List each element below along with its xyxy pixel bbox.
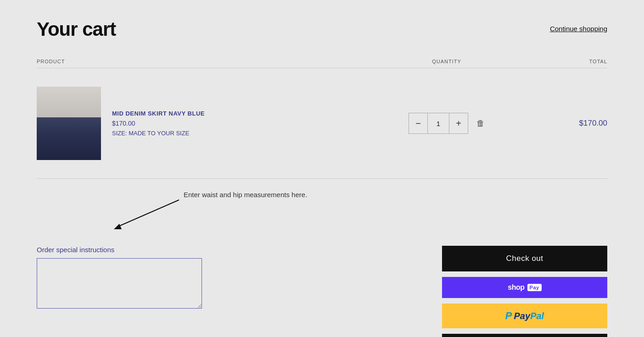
shoppay-shop-text: shop <box>508 283 524 291</box>
paypal-text: PayPal <box>514 311 544 321</box>
quantity-area: − 1 + 🗑 <box>378 113 515 134</box>
page-title: Your cart <box>37 18 116 40</box>
table-header: PRODUCT QUANTITY TOTAL <box>37 59 607 68</box>
gpay-button[interactable]: G Pay <box>442 334 607 337</box>
annotation-container: Enter waist and hip measurements here. <box>37 193 607 229</box>
left-panel: Order special instructions <box>37 246 424 309</box>
bottom-section: Order special instructions Check out sho… <box>37 237 607 337</box>
header-row: Your cart Continue shopping <box>37 18 607 40</box>
decrease-quantity-button[interactable]: − <box>409 113 427 133</box>
quantity-value: 1 <box>427 113 449 133</box>
shoppay-button[interactable]: shop Pay <box>442 277 607 298</box>
col-quantity-header: QUANTITY <box>378 59 515 64</box>
shoppay-logo: shop <box>508 283 524 292</box>
increase-quantity-button[interactable]: + <box>449 113 468 133</box>
right-panel: Check out shop Pay P PayPal G Pay <box>442 246 607 337</box>
product-image <box>37 87 101 160</box>
product-name: MID DENIM SKIRT NAVY BLUE <box>112 110 205 117</box>
product-details: MID DENIM SKIRT NAVY BLUE $170.00 Size: … <box>112 110 205 137</box>
col-product-header: PRODUCT <box>37 59 378 64</box>
product-total: $170.00 <box>515 119 607 128</box>
shoppay-pay-badge: Pay <box>527 284 542 291</box>
product-size: Size: MADE TO YOUR SIZE <box>112 130 205 137</box>
instructions-label: Order special instructions <box>37 246 424 254</box>
product-info: MID DENIM SKIRT NAVY BLUE $170.00 Size: … <box>37 87 378 160</box>
continue-shopping-link[interactable]: Continue shopping <box>550 25 607 33</box>
product-price: $170.00 <box>112 120 205 127</box>
size-value: MADE TO YOUR SIZE <box>129 130 189 137</box>
paypal-p-icon: P <box>505 310 512 322</box>
checkout-button[interactable]: Check out <box>442 246 607 271</box>
checkout-buttons: Check out shop Pay P PayPal G Pay <box>442 246 607 337</box>
annotation-spacer <box>37 193 607 229</box>
paypal-button[interactable]: P PayPal <box>442 304 607 328</box>
col-total-header: TOTAL <box>515 59 607 64</box>
delete-item-button[interactable]: 🗑 <box>476 119 485 128</box>
size-label: Size: <box>112 130 127 137</box>
product-image-inner <box>37 87 101 160</box>
divider <box>37 178 607 179</box>
quantity-controls: − 1 + <box>409 113 468 134</box>
table-row: MID DENIM SKIRT NAVY BLUE $170.00 Size: … <box>37 77 607 174</box>
instructions-textarea[interactable] <box>37 258 202 309</box>
